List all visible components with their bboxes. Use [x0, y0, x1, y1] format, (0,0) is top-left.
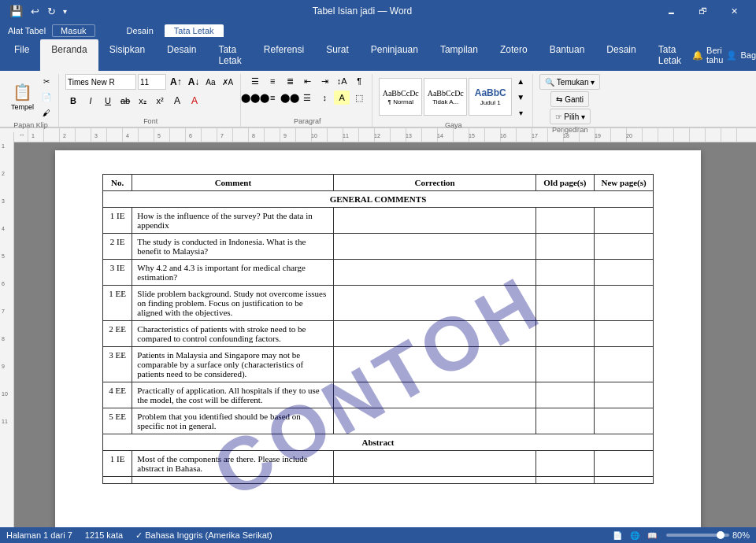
row-correction: [334, 382, 536, 408]
tab-surat[interactable]: Surat: [315, 39, 360, 71]
save-icon[interactable]: 💾: [6, 3, 26, 19]
tab-desain2[interactable]: Desain: [595, 39, 647, 71]
tab-beranda[interactable]: Beranda: [40, 39, 98, 71]
grow-font-button[interactable]: A↑: [168, 75, 184, 89]
temukan-button[interactable]: 🔍 Temukan ▾: [539, 74, 600, 90]
tab-tampilan[interactable]: Tampilan: [429, 39, 489, 71]
border-button[interactable]: ⬚: [351, 90, 367, 105]
quick-access-dropdown-icon[interactable]: ▾: [61, 6, 69, 17]
style-normal[interactable]: AaBbCcDc ¶ Normal: [379, 78, 422, 116]
pilih-button[interactable]: ☞ Pilih ▾: [550, 109, 591, 124]
style-tidak-ada-label: Tidak A...: [432, 98, 458, 105]
style-judul1[interactable]: AaBbC Judul 1: [469, 78, 512, 116]
row-new-page: [595, 321, 654, 347]
table-row: 1 IE Most of the components are there. P…: [103, 451, 654, 477]
font-row-1: A↑ A↓ Aa ✗A: [65, 74, 235, 90]
svg-text:5: 5: [158, 133, 161, 139]
masuk-button[interactable]: Masuk: [52, 24, 94, 37]
cut-button[interactable]: ✂: [39, 74, 54, 88]
text-highlight-button[interactable]: A: [169, 94, 185, 108]
minimize-button[interactable]: 🗕: [655, 0, 687, 22]
shrink-font-button[interactable]: A↓: [186, 75, 202, 89]
svg-text:6: 6: [2, 281, 5, 286]
svg-text:6: 6: [189, 133, 192, 139]
svg-text:4: 4: [126, 133, 129, 139]
row-comment: Patients in Malaysia and Singapore may n…: [132, 347, 334, 382]
tab-bantuan[interactable]: Bantuan: [539, 39, 596, 71]
align-center-button[interactable]: ≡: [265, 90, 280, 105]
undo-icon[interactable]: ↩: [28, 4, 43, 19]
style-tidak-ada[interactable]: AaBbCcDc Tidak A...: [424, 78, 467, 116]
row-comment: Problem that you identified should be ba…: [132, 408, 334, 434]
style-scroll-up[interactable]: ▲: [513, 74, 528, 88]
view-reading-button[interactable]: 📖: [644, 529, 660, 541]
row-no: [103, 477, 132, 484]
row-no: 1 IE: [103, 208, 132, 234]
tool-tab-tata-letak[interactable]: Tata Letak: [165, 24, 224, 37]
main-table: No. Comment Correction Old page(s) New p…: [102, 174, 654, 484]
tab-tata-letak2[interactable]: Tata Letak: [647, 39, 692, 71]
bullets-button[interactable]: ☰: [247, 74, 263, 88]
view-web-button[interactable]: 🌐: [627, 529, 643, 541]
table-row: 2 EE Characteristics of patients with st…: [103, 321, 654, 347]
bagikan-label[interactable]: Bagikan: [740, 50, 756, 60]
justify-button[interactable]: ☰: [299, 90, 315, 105]
ganti-button[interactable]: ⇆ Ganti: [550, 91, 589, 107]
underline-button[interactable]: U: [100, 94, 116, 108]
multilevel-button[interactable]: ≣: [282, 74, 298, 88]
font-size-input[interactable]: [138, 74, 166, 90]
font-color-button[interactable]: A: [187, 94, 202, 108]
bold-button[interactable]: B: [65, 94, 81, 108]
font-name-input[interactable]: [65, 74, 136, 90]
zoom-slider[interactable]: [666, 534, 729, 537]
style-more[interactable]: ▾: [513, 105, 528, 120]
redo-icon[interactable]: ↻: [44, 4, 59, 19]
close-button[interactable]: ✕: [718, 0, 750, 22]
svg-text:3: 3: [94, 133, 98, 139]
status-bar: Halaman 1 dari 7 1215 kata ✓ Bahasa Ingg…: [0, 527, 756, 543]
tab-zotero[interactable]: Zotero: [489, 39, 539, 71]
row-new-page: [595, 208, 654, 234]
row-old-page: [536, 208, 595, 234]
superscript-button[interactable]: x²: [152, 94, 168, 108]
row-correction: [334, 347, 536, 382]
zoom-controls: 80%: [666, 530, 750, 540]
align-right-button[interactable]: ⬤⬤: [282, 90, 298, 105]
maximize-button[interactable]: 🗗: [687, 0, 718, 22]
show-marks-button[interactable]: ¶: [351, 74, 367, 88]
align-left-button[interactable]: ⬤⬤⬤: [247, 90, 263, 105]
word-count: 1215 kata: [85, 530, 123, 540]
view-print-button[interactable]: 📄: [610, 529, 625, 541]
tab-file[interactable]: File: [3, 39, 40, 71]
svg-text:14: 14: [437, 133, 443, 139]
style-normal-preview: AaBbCcDc: [383, 89, 419, 98]
change-case-button[interactable]: Aa: [203, 75, 217, 89]
paragraf-label: Paragraf: [294, 116, 321, 125]
tab-tata-letak[interactable]: Tata Letak: [207, 39, 252, 71]
tab-desain[interactable]: Desain: [156, 39, 207, 71]
subscript-button[interactable]: x₂: [135, 94, 150, 108]
increase-indent-button[interactable]: ⇥: [317, 74, 332, 88]
style-scroll-down[interactable]: ▼: [513, 90, 528, 104]
tab-referensi[interactable]: Referensi: [253, 39, 315, 71]
format-painter-button[interactable]: 🖌: [39, 105, 54, 120]
row-correction: [334, 260, 536, 286]
sort-button[interactable]: ↕A: [334, 74, 350, 88]
italic-button[interactable]: I: [83, 94, 98, 108]
clear-format-button[interactable]: ✗A: [220, 75, 236, 89]
numbering-button[interactable]: ≡: [265, 74, 280, 88]
svg-text:10: 10: [2, 391, 8, 397]
strikethrough-button[interactable]: ab: [117, 94, 133, 108]
tool-tab-desain[interactable]: Desain: [117, 24, 163, 37]
language-indicator: ✓ Bahasa Inggris (Amerika Serikat): [135, 530, 272, 541]
svg-text:18: 18: [563, 133, 569, 139]
beri-tahu-label[interactable]: Beri tahu: [706, 46, 723, 65]
tempel-button[interactable]: 📋 Tempel: [8, 76, 37, 117]
line-spacing-button[interactable]: ↕: [317, 90, 332, 105]
tab-sisipkan[interactable]: Sisipkan: [98, 39, 156, 71]
decrease-indent-button[interactable]: ⇤: [299, 74, 315, 88]
copy-button[interactable]: 📄: [39, 90, 54, 104]
style-judul1-label: Judul 1: [480, 99, 501, 106]
tab-peninjauan[interactable]: Peninjauan: [360, 39, 429, 71]
shading-button[interactable]: A: [334, 90, 350, 105]
